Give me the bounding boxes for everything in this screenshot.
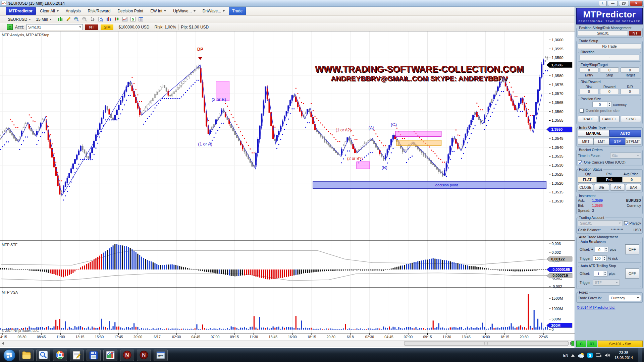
logo-tagline: PROFESSIONAL TRADING SOFTWARE [577,20,642,23]
atr-trigger-label: Trigger: [580,281,592,285]
toolbar-grip[interactable] [2,8,3,14]
stp-button[interactable]: STP [609,138,625,145]
close-position-button[interactable]: CLOSE [578,184,593,191]
taskbar-item-folder[interactable] [19,350,34,361]
cancel-button[interactable]: CANCEL [599,116,620,122]
taskbar-item-ninja2[interactable]: N [137,350,151,361]
menu-label: Decision Point [117,9,143,13]
sizing-nt-button[interactable]: NT [629,31,641,36]
taskbar-clock[interactable]: 23:35 18.06.2014 [614,350,633,360]
position-size-group: Position Size 0 currency Override positi… [578,97,641,114]
network-icon[interactable] [596,353,602,358]
svg-text:1,3530: 1,3530 [552,163,564,167]
atr-offset-stepper[interactable]: 1 [594,271,607,277]
zoom-out-icon[interactable] [81,16,88,22]
toolbar-grip[interactable] [2,24,3,29]
menu-item-clear-all[interactable]: Clear All [37,7,62,15]
taskbar-item-search[interactable] [36,350,50,361]
bars-icon[interactable] [105,16,112,22]
be-trigger-label: Trigger: [580,256,592,260]
entry-field[interactable]: 0 [580,67,598,73]
taskbar-item-chart-app[interactable] [103,350,117,361]
auto-mode-button[interactable]: AUTO [609,130,641,137]
show-desktop-button[interactable] [638,348,642,362]
mkt-button[interactable]: MKT [578,138,594,145]
price-chart[interactable]: WWW.TRADING-SOFTWARE-COLLECTION.COMWWW.T… [0,31,575,348]
nt-button[interactable]: NT [85,24,98,30]
mtpredictor-copyright-link[interactable]: © 2014 MTPredictor Ltd. [577,305,643,309]
tray-expand-icon[interactable] [571,354,575,357]
atr-button[interactable]: ATR [610,184,625,191]
trading-account-dropdown[interactable]: Sim101 [578,220,623,226]
privacy-checkbox[interactable] [624,221,628,225]
override-size-checkbox[interactable] [580,109,584,113]
cursor-icon[interactable] [89,16,96,22]
taskbar-item-mtp-window[interactable]: MTP [154,350,168,361]
trade-button[interactable]: TRADE [578,116,598,122]
be-trigger-stepper[interactable]: 100 [593,255,607,261]
taskbar-item-ninja[interactable]: N [120,350,134,361]
manual-mode-button[interactable]: MANUAL [578,130,609,137]
position-size-unit: currency [613,103,627,107]
trade-forex-dropdown[interactable]: Currency [609,295,641,301]
candle-icon[interactable] [113,16,120,22]
report-icon[interactable] [138,16,144,22]
stplmt-button[interactable]: STPLMT [625,138,641,145]
svg-text:MTP: MTP [158,355,164,358]
taskbar-item-notepad[interactable] [70,350,84,361]
menu-item-risk-reward[interactable]: Risk/Reward [85,7,113,15]
sim-button[interactable]: SIM [101,24,113,30]
chart-style-icon[interactable] [57,16,64,22]
account-dropdown[interactable]: Sim101 [26,24,83,30]
taskbar-item-chrome[interactable] [53,350,67,361]
area-icon[interactable] [121,16,128,22]
svg-text:1,3595: 1,3595 [552,47,564,51]
toolbar-grip[interactable] [2,17,3,22]
restore-button[interactable] [619,1,629,6]
oco-checkbox[interactable] [578,160,582,164]
be-offset-stepper[interactable]: 0 [595,247,608,252]
dollar-icon[interactable]: $ [129,16,136,22]
sync-button[interactable]: SYNC [621,116,641,122]
scrollbar-thumb[interactable] [404,341,569,346]
svg-text:1,3560: 1,3560 [552,110,564,114]
target-field[interactable]: 0 [621,67,639,73]
connection-indicator[interactable]: C [7,24,13,30]
interval-selector[interactable]: 15 Min [34,17,53,22]
menu-item-decision-point[interactable]: Decision Point [114,7,146,15]
menu-item-analysis[interactable]: Analysis [63,7,84,15]
menu-item-upwave[interactable]: UpWave... [170,7,199,15]
lock-button[interactable]: L [599,1,607,6]
stop-field[interactable]: 0 [600,67,619,73]
be-off-button[interactable]: OFF [625,244,639,254]
menu-item-ew-int[interactable]: EW Int [147,7,169,15]
bar-button[interactable]: BAR [626,184,641,191]
language-indicator[interactable]: EN [563,353,568,357]
menu-item-mtpredictor[interactable]: MTPredictor [6,7,36,15]
symbol-selector[interactable]: $EURUSD [6,17,33,22]
svg-text:13:45: 13:45 [462,335,471,339]
skype-icon[interactable]: S [587,353,593,358]
menu-item-trade[interactable]: Trade [229,7,246,15]
tif-dropdown[interactable]: Gtc [610,153,641,159]
menu-label: Analysis [66,9,81,13]
instrument-type: Currency [609,203,641,207]
minimize-button[interactable]: — [608,1,618,6]
zoom-in-icon[interactable] [73,16,80,22]
volume-icon[interactable] [605,353,610,358]
taskbar-item-save[interactable] [87,350,101,361]
svg-text:02:30: 02:30 [172,335,181,339]
start-button[interactable] [3,349,15,361]
draw-icon[interactable] [65,16,72,22]
zoom-page-icon[interactable] [97,16,104,22]
position-size-stepper[interactable]: 0 [592,102,612,107]
close-button[interactable]: × [630,1,643,6]
acct-label: Acct: [15,25,24,29]
atr-trigger-dropdown[interactable]: STF [593,280,620,286]
lmt-button[interactable]: LMT [594,138,609,145]
svg-text:15:30: 15:30 [95,335,104,339]
weather-icon[interactable] [578,353,584,358]
breakeven-button[interactable]: B/E [594,184,609,191]
menu-item-dnwave[interactable]: DnWave... [200,7,228,15]
atr-off-button[interactable]: OFF [625,268,639,279]
